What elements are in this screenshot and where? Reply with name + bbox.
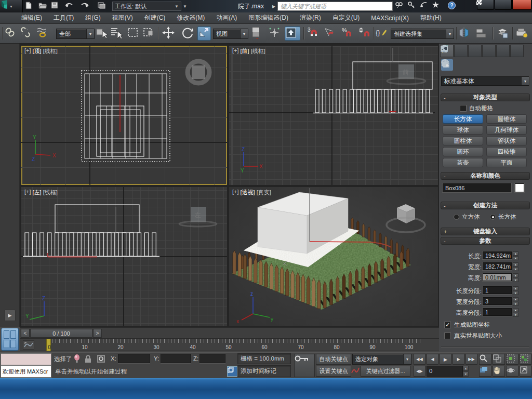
subtab-spacewarps[interactable] bbox=[506, 59, 518, 71]
angle-snap-toggle-icon[interactable] bbox=[323, 26, 337, 41]
menu-maxscript[interactable]: MAXScript(X) bbox=[365, 13, 415, 23]
rollout-name-color[interactable]: -名称和颜色 bbox=[441, 172, 530, 180]
height-segs-field[interactable]: 1 bbox=[483, 308, 512, 316]
subtab-systems[interactable] bbox=[519, 59, 531, 71]
button-tube[interactable]: 管状体 bbox=[486, 136, 527, 145]
button-torus[interactable]: 圆环 bbox=[443, 147, 483, 156]
bind-to-space-warp-icon[interactable] bbox=[36, 26, 50, 41]
reference-coordsys-dropdown[interactable]: 视图▼ bbox=[213, 29, 248, 39]
width-segs-field[interactable]: 3 bbox=[483, 297, 512, 305]
viewport-top[interactable]: YZX [+][顶][线框] bbox=[21, 46, 227, 185]
select-by-name-icon[interactable] bbox=[110, 26, 124, 41]
application-menu-button[interactable]: ▼ bbox=[0, 0, 23, 12]
menu-help[interactable]: 帮助(H) bbox=[415, 12, 447, 24]
key-mode-toggle[interactable]: ◀▶ bbox=[414, 366, 425, 377]
auto-key-button[interactable]: 自动关键点 bbox=[316, 354, 351, 365]
search-input[interactable]: 键入关键字或短语 bbox=[277, 2, 393, 11]
menu-graph-editors[interactable]: 图形编辑器(D) bbox=[243, 12, 294, 24]
creation-option-cube[interactable]: 立方体 bbox=[454, 213, 480, 221]
button-box[interactable]: 长方体 bbox=[443, 114, 483, 124]
radio-cube[interactable] bbox=[454, 214, 459, 220]
select-and-link-icon[interactable] bbox=[4, 26, 18, 41]
button-geosphere[interactable]: 几何球体 bbox=[486, 125, 527, 135]
select-and-scale-icon[interactable] bbox=[197, 26, 211, 41]
real-world-map-checkbox[interactable] bbox=[444, 332, 451, 339]
time-slider[interactable]: < 0 / 100 > bbox=[20, 327, 439, 339]
menu-customize[interactable]: 自定义(U) bbox=[327, 12, 366, 24]
rollout-object-type[interactable]: -对象类型 bbox=[441, 94, 530, 101]
selected-objects-dropdown[interactable]: 选定对象▼ bbox=[352, 354, 411, 365]
spinner-snap-toggle-icon[interactable] bbox=[357, 26, 371, 41]
previous-frame-button[interactable]: ◀ bbox=[427, 354, 438, 365]
go-to-start-button[interactable]: ◀◀ bbox=[414, 354, 425, 365]
rectangular-selection-region-icon[interactable] bbox=[127, 26, 140, 41]
layer-manager-icon[interactable] bbox=[496, 26, 509, 41]
frame-spinner[interactable]: ▲▼ bbox=[463, 366, 469, 377]
add-time-tag[interactable]: 添加时间标记 bbox=[237, 365, 291, 377]
go-to-end-button[interactable]: ▶▶ bbox=[466, 354, 477, 365]
favorites-star-icon[interactable] bbox=[432, 2, 442, 11]
viewport-menu-plus[interactable]: [+] bbox=[24, 189, 31, 196]
viewport-layout-expand-button[interactable]: ▶ bbox=[4, 310, 16, 321]
select-and-rotate-icon[interactable] bbox=[181, 26, 194, 41]
help-icon[interactable]: ?▼ bbox=[448, 2, 459, 11]
tab-modify[interactable] bbox=[454, 45, 468, 57]
viewport-left[interactable]: 左ZY [+][左][线框] bbox=[21, 187, 227, 326]
menu-edit[interactable]: 编辑(E) bbox=[16, 12, 48, 24]
next-frame-arrow[interactable]: > bbox=[93, 329, 102, 338]
zoom-icon[interactable] bbox=[479, 354, 491, 365]
width-spinner[interactable]: ▲▼ bbox=[513, 262, 518, 270]
adaptive-degradation-icon[interactable] bbox=[227, 366, 237, 377]
viewport-shading-label[interactable]: [真实] bbox=[257, 189, 271, 196]
creation-option-box[interactable]: 长方体 bbox=[490, 213, 516, 221]
height-segs-spinner[interactable]: ▲▼ bbox=[513, 308, 518, 316]
menu-tools[interactable]: 工具(T) bbox=[48, 12, 79, 24]
button-sphere[interactable]: 球体 bbox=[443, 125, 483, 135]
percent-snap-toggle-icon[interactable]: % bbox=[341, 26, 354, 41]
close-button[interactable] bbox=[512, 0, 531, 10]
selection-filter-dropdown[interactable]: 全部▼ bbox=[56, 29, 95, 39]
menu-animation[interactable]: 动画(A) bbox=[210, 12, 243, 24]
viewport-pov-label[interactable]: [顶] bbox=[33, 47, 42, 55]
button-cone[interactable]: 圆锥体 bbox=[486, 114, 527, 124]
select-and-move-icon[interactable] bbox=[162, 26, 176, 41]
search-icon[interactable] bbox=[395, 2, 406, 11]
autogrid-checkbox[interactable] bbox=[460, 105, 467, 112]
unlink-selection-icon[interactable] bbox=[20, 26, 33, 41]
use-pivot-center-icon[interactable] bbox=[250, 26, 264, 41]
key-filters-button[interactable]: 关键点过滤器... bbox=[361, 366, 410, 377]
viewport-pov-label[interactable]: [左] bbox=[33, 189, 42, 196]
radio-box[interactable] bbox=[490, 214, 496, 220]
play-button[interactable]: ▶ bbox=[440, 354, 451, 365]
set-keys-button[interactable] bbox=[294, 354, 315, 377]
width-segs-spinner[interactable]: ▲▼ bbox=[513, 297, 518, 305]
menu-rendering[interactable]: 渲染(R) bbox=[294, 12, 327, 24]
subtab-lights[interactable] bbox=[467, 59, 479, 71]
snaps-toggle-icon[interactable]: 3 bbox=[307, 26, 320, 41]
maximize-viewport-toggle[interactable] bbox=[520, 366, 531, 377]
maximize-button[interactable] bbox=[495, 0, 512, 10]
height-field[interactable]: 0.01mm bbox=[483, 273, 512, 281]
rollout-keyboard-entry[interactable]: +键盘输入 bbox=[441, 228, 530, 235]
tab-hierarchy[interactable] bbox=[468, 45, 482, 57]
button-pyramid[interactable]: 四棱锥 bbox=[486, 147, 527, 156]
length-spinner[interactable]: ▲▼ bbox=[513, 251, 518, 259]
tab-motion[interactable] bbox=[482, 45, 496, 57]
render-setup-icon[interactable] bbox=[515, 26, 529, 41]
mini-curve-editor-button[interactable] bbox=[23, 340, 34, 350]
subtab-helpers[interactable] bbox=[493, 59, 505, 71]
select-object-icon[interactable] bbox=[96, 26, 109, 41]
quick-toolbar-overflow[interactable]: ▼ bbox=[183, 4, 187, 9]
tab-display[interactable] bbox=[496, 45, 510, 57]
key-icon[interactable] bbox=[408, 2, 417, 11]
button-plane[interactable]: 平面 bbox=[486, 158, 527, 167]
save-file-button[interactable] bbox=[51, 2, 61, 11]
viewport-menu-plus[interactable]: [+] bbox=[232, 189, 239, 196]
subtab-cameras[interactable] bbox=[480, 59, 492, 71]
object-name-field[interactable]: Box086 bbox=[443, 183, 511, 192]
button-teapot[interactable]: 茶壶 bbox=[443, 158, 483, 167]
project-folder-button[interactable] bbox=[98, 2, 108, 11]
menu-group[interactable]: 组(G) bbox=[79, 12, 106, 24]
button-cylinder[interactable]: 圆柱体 bbox=[443, 136, 483, 145]
orbit-icon[interactable] bbox=[506, 366, 518, 377]
